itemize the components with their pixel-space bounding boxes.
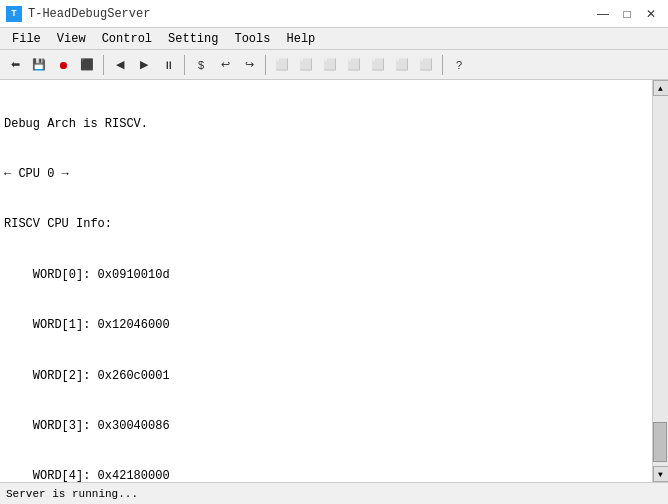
menu-tools[interactable]: Tools <box>226 30 278 48</box>
tb-next-button[interactable]: ▶ <box>133 54 155 76</box>
scroll-thumb[interactable] <box>653 422 667 462</box>
tb-prev-button[interactable]: ◀ <box>109 54 131 76</box>
close-button[interactable]: ✕ <box>640 5 662 23</box>
console-line-4: WORD[1]: 0x12046000 <box>4 317 648 334</box>
tb-record-button[interactable]: ⬛ <box>76 54 98 76</box>
tb-separator-3 <box>265 55 266 75</box>
tb-box1-button[interactable]: ⬜ <box>271 54 293 76</box>
console-line-3: WORD[0]: 0x0910010d <box>4 267 648 284</box>
tb-box2-button[interactable]: ⬜ <box>295 54 317 76</box>
menu-setting[interactable]: Setting <box>160 30 226 48</box>
scroll-up-arrow[interactable]: ▲ <box>653 80 669 96</box>
app-icon: T <box>6 6 22 22</box>
console-line-2: RISCV CPU Info: <box>4 216 648 233</box>
tb-separator-2 <box>184 55 185 75</box>
tb-box7-button[interactable]: ⬜ <box>415 54 437 76</box>
maximize-button[interactable]: □ <box>616 5 638 23</box>
console-line-7: WORD[4]: 0x42180000 <box>4 468 648 482</box>
tb-dollar-button[interactable]: $ <box>190 54 212 76</box>
console-line-6: WORD[3]: 0x30040086 <box>4 418 648 435</box>
tb-box4-button[interactable]: ⬜ <box>343 54 365 76</box>
tb-box5-button[interactable]: ⬜ <box>367 54 389 76</box>
menu-control[interactable]: Control <box>94 30 160 48</box>
title-bar: T T-HeadDebugServer — □ ✕ <box>0 0 668 28</box>
status-bar: Server is running... <box>0 482 668 504</box>
console-line-1: ← CPU 0 → <box>4 166 648 183</box>
console-line-0: Debug Arch is RISCV. <box>4 116 648 133</box>
tb-save-button[interactable]: 💾 <box>28 54 50 76</box>
scroll-down-arrow[interactable]: ▼ <box>653 466 669 482</box>
toolbar: ⬅ 💾 ⏺ ⬛ ◀ ▶ ⏸ $ ↩ ↪ ⬜ ⬜ ⬜ ⬜ ⬜ ⬜ ⬜ ? <box>0 50 668 80</box>
tb-separator-4 <box>442 55 443 75</box>
tb-stop-button[interactable]: ⏺ <box>52 54 74 76</box>
console-output[interactable]: Debug Arch is RISCV. ← CPU 0 → RISCV CPU… <box>0 80 652 482</box>
vertical-scrollbar[interactable]: ▲ ▼ <box>652 80 668 482</box>
tb-help-button[interactable]: ? <box>448 54 470 76</box>
status-text: Server is running... <box>6 488 138 500</box>
tb-separator-1 <box>103 55 104 75</box>
main-area: Debug Arch is RISCV. ← CPU 0 → RISCV CPU… <box>0 80 668 482</box>
menu-help[interactable]: Help <box>278 30 323 48</box>
console-line-5: WORD[2]: 0x260c0001 <box>4 368 648 385</box>
scroll-track[interactable] <box>653 96 668 466</box>
tb-pause-button[interactable]: ⏸ <box>157 54 179 76</box>
window-title: T-HeadDebugServer <box>28 7 150 21</box>
tb-back-button[interactable]: ⬅ <box>4 54 26 76</box>
tb-box6-button[interactable]: ⬜ <box>391 54 413 76</box>
menu-view[interactable]: View <box>49 30 94 48</box>
tb-box3-button[interactable]: ⬜ <box>319 54 341 76</box>
tb-undo-button[interactable]: ↩ <box>214 54 236 76</box>
minimize-button[interactable]: — <box>592 5 614 23</box>
menu-bar: File View Control Setting Tools Help <box>0 28 668 50</box>
title-controls: — □ ✕ <box>592 5 662 23</box>
tb-redo-button[interactable]: ↪ <box>238 54 260 76</box>
menu-file[interactable]: File <box>4 30 49 48</box>
title-bar-left: T T-HeadDebugServer <box>6 6 150 22</box>
